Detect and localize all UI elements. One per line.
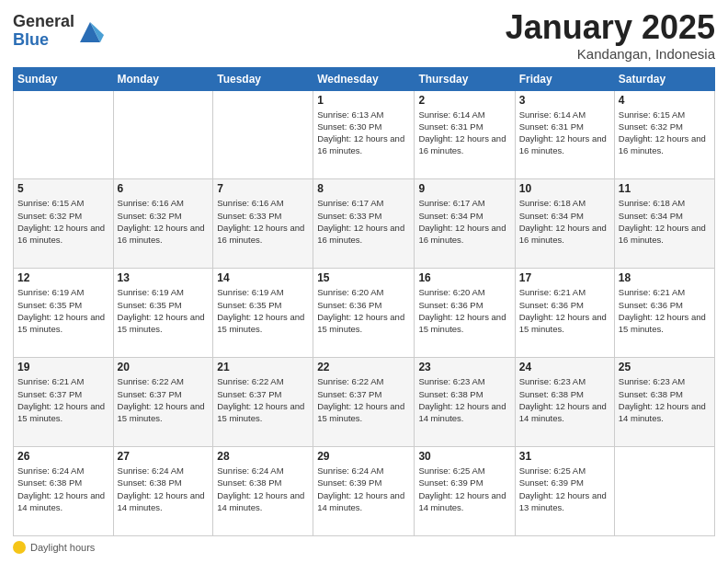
day-cell: 25Sunrise: 6:23 AM Sunset: 6:38 PM Dayli… — [614, 358, 714, 447]
day-cell: 18Sunrise: 6:21 AM Sunset: 6:36 PM Dayli… — [614, 269, 714, 358]
day-number: 6 — [118, 182, 210, 195]
header: General Blue January 2025 Kandangan, Ind… — [13, 9, 715, 62]
day-cell: 22Sunrise: 6:22 AM Sunset: 6:37 PM Dayli… — [313, 358, 415, 447]
day-info: Sunrise: 6:19 AM Sunset: 6:35 PM Dayligh… — [118, 286, 210, 335]
day-number: 8 — [317, 182, 410, 195]
day-cell: 30Sunrise: 6:25 AM Sunset: 6:39 PM Dayli… — [415, 447, 515, 536]
day-info: Sunrise: 6:22 AM Sunset: 6:37 PM Dayligh… — [118, 375, 210, 424]
day-cell: 24Sunrise: 6:23 AM Sunset: 6:38 PM Dayli… — [515, 358, 614, 447]
day-cell: 2Sunrise: 6:14 AM Sunset: 6:31 PM Daylig… — [415, 90, 515, 179]
day-cell: 29Sunrise: 6:24 AM Sunset: 6:39 PM Dayli… — [313, 447, 415, 536]
week-row-2: 5Sunrise: 6:15 AM Sunset: 6:32 PM Daylig… — [14, 179, 715, 269]
day-cell: 7Sunrise: 6:16 AM Sunset: 6:33 PM Daylig… — [213, 179, 313, 269]
title-location: Kandangan, Indonesia — [506, 46, 715, 62]
day-cell — [14, 90, 114, 179]
day-cell: 13Sunrise: 6:19 AM Sunset: 6:35 PM Dayli… — [113, 269, 213, 358]
day-number: 13 — [118, 271, 210, 284]
col-header-thursday: Thursday — [415, 67, 515, 90]
day-info: Sunrise: 6:21 AM Sunset: 6:36 PM Dayligh… — [619, 286, 711, 335]
day-cell: 23Sunrise: 6:23 AM Sunset: 6:38 PM Dayli… — [415, 358, 515, 447]
day-cell: 19Sunrise: 6:21 AM Sunset: 6:37 PM Dayli… — [14, 358, 114, 447]
day-info: Sunrise: 6:16 AM Sunset: 6:32 PM Dayligh… — [118, 197, 210, 246]
day-info: Sunrise: 6:20 AM Sunset: 6:36 PM Dayligh… — [317, 286, 410, 335]
day-info: Sunrise: 6:25 AM Sunset: 6:39 PM Dayligh… — [519, 465, 610, 513]
day-info: Sunrise: 6:24 AM Sunset: 6:38 PM Dayligh… — [17, 465, 109, 513]
day-number: 31 — [519, 450, 610, 463]
day-number: 12 — [17, 271, 109, 284]
day-number: 19 — [17, 361, 109, 373]
week-row-3: 12Sunrise: 6:19 AM Sunset: 6:35 PM Dayli… — [14, 269, 715, 358]
day-number: 10 — [519, 182, 610, 195]
day-cell: 8Sunrise: 6:17 AM Sunset: 6:33 PM Daylig… — [313, 179, 415, 269]
day-number: 14 — [217, 271, 309, 284]
day-info: Sunrise: 6:15 AM Sunset: 6:32 PM Dayligh… — [17, 197, 109, 246]
day-info: Sunrise: 6:21 AM Sunset: 6:36 PM Dayligh… — [519, 286, 610, 335]
day-info: Sunrise: 6:24 AM Sunset: 6:38 PM Dayligh… — [217, 465, 309, 513]
title-month: January 2025 — [506, 9, 715, 46]
day-info: Sunrise: 6:19 AM Sunset: 6:35 PM Dayligh… — [217, 286, 309, 335]
day-info: Sunrise: 6:16 AM Sunset: 6:33 PM Dayligh… — [217, 197, 309, 246]
day-number: 11 — [619, 182, 711, 195]
day-info: Sunrise: 6:21 AM Sunset: 6:37 PM Dayligh… — [17, 375, 109, 424]
day-number: 2 — [418, 94, 510, 107]
day-number: 26 — [17, 450, 109, 463]
day-cell: 5Sunrise: 6:15 AM Sunset: 6:32 PM Daylig… — [14, 179, 114, 269]
col-header-monday: Monday — [113, 67, 213, 90]
day-cell: 12Sunrise: 6:19 AM Sunset: 6:35 PM Dayli… — [14, 269, 114, 358]
day-info: Sunrise: 6:20 AM Sunset: 6:36 PM Dayligh… — [418, 286, 510, 335]
day-info: Sunrise: 6:24 AM Sunset: 6:39 PM Dayligh… — [317, 465, 410, 513]
day-number: 9 — [418, 182, 510, 195]
calendar-table: SundayMondayTuesdayWednesdayThursdayFrid… — [13, 67, 715, 536]
col-header-tuesday: Tuesday — [213, 67, 313, 90]
day-number: 21 — [217, 361, 309, 373]
day-cell: 15Sunrise: 6:20 AM Sunset: 6:36 PM Dayli… — [313, 269, 415, 358]
logo-icon — [76, 18, 104, 46]
day-cell — [213, 90, 313, 179]
day-number: 25 — [619, 361, 711, 373]
day-cell: 4Sunrise: 6:15 AM Sunset: 6:32 PM Daylig… — [614, 90, 714, 179]
day-cell: 17Sunrise: 6:21 AM Sunset: 6:36 PM Dayli… — [515, 269, 614, 358]
logo: General Blue — [13, 13, 104, 50]
day-number: 7 — [217, 182, 309, 195]
day-info: Sunrise: 6:22 AM Sunset: 6:37 PM Dayligh… — [217, 375, 309, 424]
day-info: Sunrise: 6:17 AM Sunset: 6:34 PM Dayligh… — [418, 197, 510, 246]
day-cell: 20Sunrise: 6:22 AM Sunset: 6:37 PM Dayli… — [113, 358, 213, 447]
day-info: Sunrise: 6:23 AM Sunset: 6:38 PM Dayligh… — [519, 375, 610, 424]
sun-icon — [13, 541, 26, 554]
day-cell: 11Sunrise: 6:18 AM Sunset: 6:34 PM Dayli… — [614, 179, 714, 269]
day-cell: 9Sunrise: 6:17 AM Sunset: 6:34 PM Daylig… — [415, 179, 515, 269]
day-info: Sunrise: 6:14 AM Sunset: 6:31 PM Dayligh… — [418, 109, 510, 157]
day-info: Sunrise: 6:15 AM Sunset: 6:32 PM Dayligh… — [619, 109, 711, 157]
day-cell: 27Sunrise: 6:24 AM Sunset: 6:38 PM Dayli… — [113, 447, 213, 536]
day-cell: 1Sunrise: 6:13 AM Sunset: 6:30 PM Daylig… — [313, 90, 415, 179]
logo-general: General — [13, 13, 74, 31]
day-info: Sunrise: 6:17 AM Sunset: 6:33 PM Dayligh… — [317, 197, 410, 246]
day-info: Sunrise: 6:24 AM Sunset: 6:38 PM Dayligh… — [118, 465, 210, 513]
day-number: 23 — [418, 361, 510, 373]
logo-text: General Blue — [13, 13, 74, 50]
day-info: Sunrise: 6:22 AM Sunset: 6:37 PM Dayligh… — [317, 375, 410, 424]
col-header-wednesday: Wednesday — [313, 67, 415, 90]
footer: Daylight hours — [13, 541, 715, 554]
day-number: 28 — [217, 450, 309, 463]
col-header-friday: Friday — [515, 67, 614, 90]
week-row-1: 1Sunrise: 6:13 AM Sunset: 6:30 PM Daylig… — [14, 90, 715, 179]
day-number: 29 — [317, 450, 410, 463]
day-number: 27 — [118, 450, 210, 463]
day-cell: 16Sunrise: 6:20 AM Sunset: 6:36 PM Dayli… — [415, 269, 515, 358]
day-cell: 28Sunrise: 6:24 AM Sunset: 6:38 PM Dayli… — [213, 447, 313, 536]
week-row-4: 19Sunrise: 6:21 AM Sunset: 6:37 PM Dayli… — [14, 358, 715, 447]
calendar-header-row: SundayMondayTuesdayWednesdayThursdayFrid… — [14, 67, 715, 90]
col-header-saturday: Saturday — [614, 67, 714, 90]
day-info: Sunrise: 6:18 AM Sunset: 6:34 PM Dayligh… — [519, 197, 610, 246]
page: General Blue January 2025 Kandangan, Ind… — [0, 0, 728, 563]
day-cell: 14Sunrise: 6:19 AM Sunset: 6:35 PM Dayli… — [213, 269, 313, 358]
title-block: January 2025 Kandangan, Indonesia — [506, 9, 715, 62]
day-info: Sunrise: 6:25 AM Sunset: 6:39 PM Dayligh… — [418, 465, 510, 513]
day-cell: 21Sunrise: 6:22 AM Sunset: 6:37 PM Dayli… — [213, 358, 313, 447]
day-number: 1 — [317, 94, 410, 107]
day-number: 18 — [619, 271, 711, 284]
day-number: 16 — [418, 271, 510, 284]
footer-label: Daylight hours — [30, 542, 95, 553]
day-cell: 3Sunrise: 6:14 AM Sunset: 6:31 PM Daylig… — [515, 90, 614, 179]
